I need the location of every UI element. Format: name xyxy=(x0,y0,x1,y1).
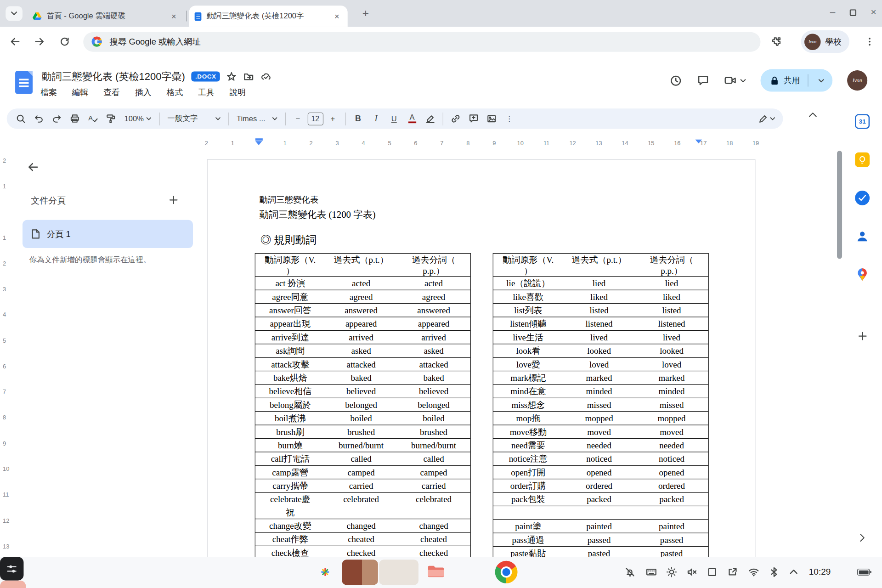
notifications-off-icon[interactable] xyxy=(624,566,635,577)
brightness-icon[interactable] xyxy=(666,566,677,577)
share-button[interactable]: 共用 xyxy=(761,69,833,92)
font-select[interactable]: Times ... xyxy=(232,111,281,126)
version-history-icon[interactable] xyxy=(669,74,682,87)
tab-close-icon[interactable]: × xyxy=(332,11,342,21)
svg-text:A: A xyxy=(88,114,93,122)
table-cell: brushed xyxy=(325,425,397,438)
italic-button[interactable]: I xyxy=(368,111,384,126)
move-folder-icon[interactable] xyxy=(243,71,254,82)
table-cell xyxy=(635,506,708,519)
settings-app-icon[interactable] xyxy=(0,557,23,580)
redo-button[interactable] xyxy=(48,111,65,126)
menu-file[interactable]: 檔案 xyxy=(40,87,57,98)
back-button[interactable] xyxy=(10,36,21,47)
account-avatar[interactable]: Ivon xyxy=(847,70,867,90)
sidepanel-calendar-button[interactable]: 31 xyxy=(854,113,870,129)
window-maximize-button[interactable] xyxy=(849,9,857,16)
extensions-icon[interactable] xyxy=(771,36,782,47)
sidepanel-keep-button[interactable] xyxy=(854,152,870,168)
screen-share-icon[interactable] xyxy=(727,566,738,577)
menu-view[interactable]: 查看 xyxy=(103,87,120,98)
decrease-font-size-button[interactable]: − xyxy=(289,111,306,126)
highlight-color-button[interactable] xyxy=(422,111,439,126)
sidepanel-contacts-button[interactable] xyxy=(854,228,870,244)
new-tab-button[interactable]: + xyxy=(359,7,372,20)
docs-app-icon[interactable] xyxy=(15,71,33,94)
menu-help[interactable]: 說明 xyxy=(230,87,246,98)
document-page[interactable]: 動詞三態變化表 動詞三態變化表 (1200 字表) ◎ 規則動詞 動詞原形（V.… xyxy=(207,159,756,557)
wifi-icon[interactable] xyxy=(748,566,759,577)
sidepanel-add-button[interactable] xyxy=(854,328,870,344)
omnibox[interactable]: 搜尋 Google 或輸入網址 xyxy=(83,32,760,51)
sidepanel-tasks-button[interactable] xyxy=(854,190,870,206)
paint-format-button[interactable] xyxy=(102,111,119,126)
tab-search-button[interactable] xyxy=(6,6,23,21)
shelf-app-tile-light[interactable] xyxy=(379,560,418,585)
insert-image-button[interactable] xyxy=(483,111,500,126)
profile-chip[interactable]: Ivon 學校 xyxy=(801,30,849,53)
toolbar-more-button[interactable]: ⋮ xyxy=(501,111,518,126)
table-row: appear出現appearedappeared xyxy=(255,317,470,331)
comments-icon[interactable] xyxy=(697,74,709,87)
browser-menu-icon[interactable] xyxy=(865,36,875,47)
browser-tab-drive[interactable]: 首頁 - Google 雲端硬碟 × xyxy=(27,6,185,27)
search-menus-button[interactable] xyxy=(12,111,29,126)
menu-tools[interactable]: 工具 xyxy=(198,87,215,98)
files-app-icon[interactable] xyxy=(427,565,445,579)
editing-mode-button[interactable] xyxy=(756,111,778,126)
window-close-button[interactable]: × xyxy=(871,7,876,18)
star-icon[interactable] xyxy=(226,71,237,82)
table-cell: listened xyxy=(563,317,635,330)
back-button-tabs-panel[interactable] xyxy=(27,161,40,173)
menu-edit[interactable]: 編輯 xyxy=(72,87,89,98)
battery-icon[interactable] xyxy=(857,569,870,576)
first-line-indent-marker[interactable] xyxy=(255,138,263,141)
tray-expand-icon[interactable] xyxy=(789,566,799,577)
undo-button[interactable] xyxy=(30,111,47,126)
bluetooth-icon[interactable] xyxy=(769,566,779,577)
table-row: lie（說謊）liedlied xyxy=(493,277,708,290)
screen-capture-app-icon[interactable] xyxy=(0,581,26,588)
shelf-app-tile-brown[interactable] xyxy=(342,560,378,585)
bold-button[interactable]: B xyxy=(350,111,367,126)
keyboard-icon[interactable] xyxy=(646,566,657,577)
underline-button[interactable]: U xyxy=(385,111,402,126)
paragraph-style-select[interactable]: 一般文字 xyxy=(164,111,224,126)
table-row: check檢查checkedchecked xyxy=(255,546,470,557)
meet-button[interactable] xyxy=(724,74,746,87)
add-document-tab-button[interactable] xyxy=(169,195,178,205)
table-header-cell: 過去分詞（ p.p.） xyxy=(397,254,470,276)
launcher-spark-icon[interactable] xyxy=(321,568,330,577)
volume-mute-icon[interactable] xyxy=(686,566,697,577)
ruler-number: 1 xyxy=(3,183,6,190)
left-indent-marker[interactable] xyxy=(255,141,262,145)
increase-font-size-button[interactable]: + xyxy=(324,111,341,126)
share-dropdown[interactable] xyxy=(814,79,829,83)
cloud-saved-icon[interactable] xyxy=(260,71,272,82)
ruler-number: 8 xyxy=(3,414,6,421)
window-square-icon[interactable] xyxy=(707,566,718,577)
add-comment-button[interactable] xyxy=(465,111,482,126)
table-cell: painted xyxy=(635,520,708,532)
document-title[interactable]: 動詞三態變化表 (英檢1200字彙) xyxy=(42,70,185,83)
chrome-app-icon[interactable] xyxy=(495,561,518,583)
hide-menus-button[interactable] xyxy=(808,112,818,118)
insert-link-button[interactable] xyxy=(447,111,464,126)
tab-close-icon[interactable]: × xyxy=(169,11,179,21)
forward-button[interactable] xyxy=(34,36,45,47)
vertical-scrollbar[interactable] xyxy=(837,151,842,259)
menu-insert[interactable]: 插入 xyxy=(135,87,152,98)
clock[interactable]: 10:29 xyxy=(809,567,831,577)
zoom-select[interactable]: 100% xyxy=(120,111,155,126)
document-tab-item-active[interactable]: 分頁 1 xyxy=(23,220,193,248)
sidepanel-maps-button[interactable] xyxy=(854,266,870,282)
reload-button[interactable] xyxy=(59,36,70,47)
sidepanel-collapse-button[interactable] xyxy=(854,530,870,545)
text-color-button[interactable]: A xyxy=(404,111,421,126)
spellcheck-button[interactable]: A xyxy=(85,111,102,126)
browser-tab-docs-active[interactable]: 動詞三態變化表 (英檢1200字 × xyxy=(189,6,347,27)
font-size-input[interactable]: 12 xyxy=(307,112,323,125)
window-minimize-button[interactable]: – xyxy=(830,7,836,18)
menu-format[interactable]: 格式 xyxy=(166,87,183,98)
print-button[interactable] xyxy=(66,111,83,126)
